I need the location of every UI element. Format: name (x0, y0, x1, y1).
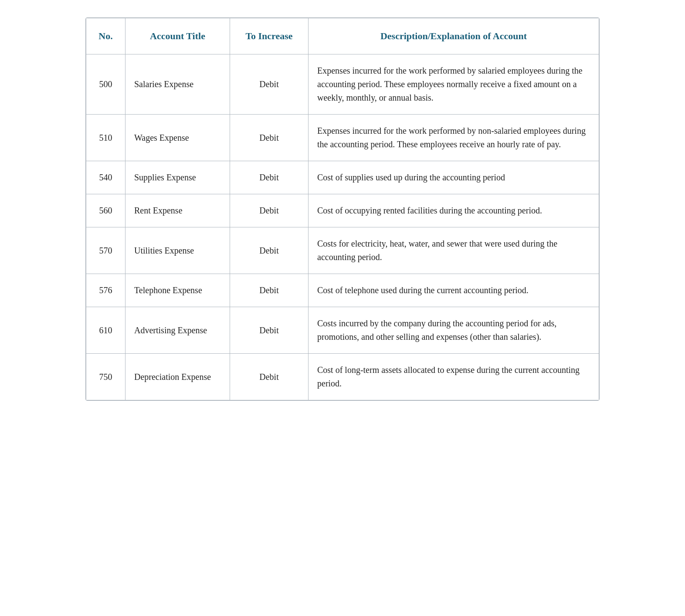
cell-description: Costs for electricity, heat, water, and … (309, 227, 599, 274)
cell-no: 510 (86, 115, 125, 161)
table-row: 540Supplies ExpenseDebitCost of supplies… (86, 161, 599, 194)
cell-no: 576 (86, 274, 125, 307)
cell-account-title: Telephone Expense (125, 274, 230, 307)
table-row: 560Rent ExpenseDebitCost of occupying re… (86, 194, 599, 227)
table-header-row: No. Account Title To Increase Descriptio… (86, 18, 599, 54)
account-table: No. Account Title To Increase Descriptio… (86, 18, 599, 400)
table-row: 500Salaries ExpenseDebitExpenses incurre… (86, 54, 599, 115)
cell-description: Cost of occupying rented facilities duri… (309, 194, 599, 227)
cell-account-title: Utilities Expense (125, 227, 230, 274)
cell-description: Expenses incurred for the work performed… (309, 54, 599, 115)
header-to-increase: To Increase (230, 18, 309, 54)
header-description: Description/Explanation of Account (309, 18, 599, 54)
cell-to-increase: Debit (230, 54, 309, 115)
table-row: 510Wages ExpenseDebitExpenses incurred f… (86, 115, 599, 161)
cell-no: 500 (86, 54, 125, 115)
cell-account-title: Supplies Expense (125, 161, 230, 194)
table-row: 570Utilities ExpenseDebitCosts for elect… (86, 227, 599, 274)
cell-description: Cost of supplies used up during the acco… (309, 161, 599, 194)
cell-description: Cost of telephone used during the curren… (309, 274, 599, 307)
cell-description: Costs incurred by the company during the… (309, 307, 599, 354)
cell-description: Expenses incurred for the work performed… (309, 115, 599, 161)
cell-to-increase: Debit (230, 227, 309, 274)
cell-account-title: Advertising Expense (125, 307, 230, 354)
table-row: 576Telephone ExpenseDebitCost of telepho… (86, 274, 599, 307)
cell-to-increase: Debit (230, 354, 309, 400)
cell-no: 750 (86, 354, 125, 400)
header-no: No. (86, 18, 125, 54)
main-table-container: No. Account Title To Increase Descriptio… (85, 17, 600, 401)
cell-to-increase: Debit (230, 194, 309, 227)
cell-to-increase: Debit (230, 161, 309, 194)
cell-to-increase: Debit (230, 115, 309, 161)
cell-description: Cost of long-term assets allocated to ex… (309, 354, 599, 400)
table-row: 610Advertising ExpenseDebitCosts incurre… (86, 307, 599, 354)
cell-account-title: Salaries Expense (125, 54, 230, 115)
table-row: 750Depreciation ExpenseDebitCost of long… (86, 354, 599, 400)
header-account-title: Account Title (125, 18, 230, 54)
cell-account-title: Wages Expense (125, 115, 230, 161)
cell-no: 610 (86, 307, 125, 354)
cell-account-title: Rent Expense (125, 194, 230, 227)
cell-no: 540 (86, 161, 125, 194)
cell-to-increase: Debit (230, 274, 309, 307)
cell-to-increase: Debit (230, 307, 309, 354)
cell-account-title: Depreciation Expense (125, 354, 230, 400)
cell-no: 570 (86, 227, 125, 274)
cell-no: 560 (86, 194, 125, 227)
